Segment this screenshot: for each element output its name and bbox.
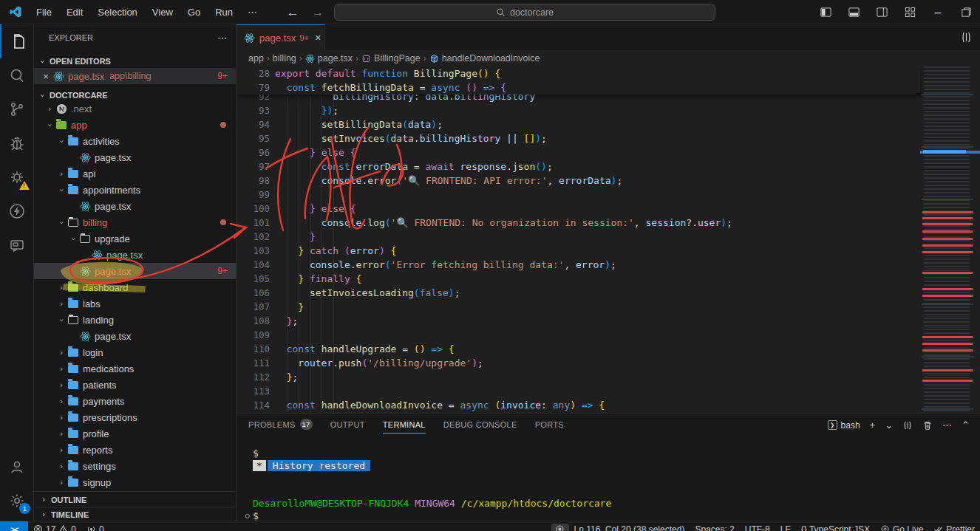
code-line-98: 98 console.error('🔍 FRONTEND: API error:… bbox=[237, 174, 916, 188]
breadcrumb-item-app[interactable]: app bbox=[248, 53, 264, 64]
explorer-icon[interactable] bbox=[0, 24, 34, 58]
comments-icon[interactable] bbox=[0, 228, 34, 262]
menu-view[interactable]: View bbox=[146, 4, 180, 20]
problems-status[interactable]: 17 0 bbox=[28, 521, 81, 531]
tree-item-app[interactable]: ›app bbox=[34, 117, 237, 133]
tree-item-dashboard[interactable]: ›dashboard bbox=[34, 279, 237, 295]
menu-file[interactable]: File bbox=[30, 4, 58, 20]
cursor-position[interactable]: Ln 116, Col 20 (38 selected) bbox=[569, 521, 690, 531]
maximize-panel-icon[interactable]: ⌃ bbox=[962, 419, 970, 431]
menu-selection[interactable]: Selection bbox=[91, 4, 143, 20]
bottom-panel: PROBLEMS17OUTPUTTERMINALDEBUG CONSOLEPOR… bbox=[237, 414, 980, 521]
tree-item-profile[interactable]: ›profile bbox=[34, 425, 237, 442]
explorer-more-icon[interactable]: ⋯ bbox=[217, 32, 228, 44]
tab-page-tsx[interactable]: page.tsx 9+ × bbox=[237, 24, 325, 50]
breadcrumb-item-handledownloadinvoice[interactable]: handleDownloadInvoice bbox=[429, 53, 540, 64]
run-debug-icon[interactable] bbox=[0, 126, 34, 160]
terminal-dropdown-icon[interactable]: ⌄ bbox=[885, 419, 893, 431]
thunder-client-icon[interactable] bbox=[0, 194, 34, 228]
breadcrumb-label: page.tsx bbox=[318, 53, 353, 64]
settings-gear-icon[interactable]: 1 bbox=[0, 484, 34, 518]
tree-item-api[interactable]: ›api bbox=[34, 165, 237, 182]
panel-tab-output[interactable]: OUTPUT bbox=[330, 420, 365, 434]
panel-tab-debug-console[interactable]: DEBUG CONSOLE bbox=[443, 420, 517, 434]
tree-item-upgrade[interactable]: ›upgrade bbox=[34, 230, 237, 247]
open-editor-item[interactable]: ×page.tsxapp\billing9+ bbox=[34, 68, 237, 84]
tree-item-page-tsx[interactable]: page.tsx bbox=[34, 247, 237, 263]
breadcrumb-separator: › bbox=[423, 53, 426, 64]
tree-item-appointments[interactable]: ›appointments bbox=[34, 182, 237, 198]
eol[interactable]: LF bbox=[775, 521, 796, 531]
tree-item-signup[interactable]: ›signup bbox=[34, 474, 237, 490]
panel-tab-problems[interactable]: PROBLEMS17 bbox=[248, 419, 313, 434]
tree-item-patients[interactable]: ›patients bbox=[34, 377, 237, 393]
remote-indicator[interactable]: >< bbox=[0, 521, 28, 531]
new-terminal-icon[interactable]: + bbox=[870, 419, 876, 431]
tree-item-page-tsx[interactable]: page.tsx bbox=[34, 149, 237, 165]
line-number: 108 bbox=[237, 315, 270, 326]
encoding[interactable]: UTF-8 bbox=[740, 521, 775, 531]
breadcrumb-item-billing[interactable]: billing bbox=[273, 53, 296, 64]
layout-secondary-sidebar-icon[interactable] bbox=[868, 0, 896, 24]
menu-edit[interactable]: Edit bbox=[60, 4, 89, 20]
tree-item-billing[interactable]: ›billing bbox=[34, 214, 237, 230]
nextjs-folder-icon bbox=[55, 103, 68, 114]
terminal-instance-bash[interactable]: ❯ bash bbox=[828, 420, 860, 431]
tree-item-reports[interactable]: ›reports bbox=[34, 442, 237, 458]
tree-item-login[interactable]: ›login bbox=[34, 344, 237, 360]
timeline-section-header[interactable]: › TIMELINE bbox=[34, 507, 236, 521]
split-editor-icon[interactable] bbox=[960, 31, 973, 47]
tree-item-page-tsx[interactable]: page.tsx bbox=[34, 198, 237, 214]
menu-more[interactable]: ⋯ bbox=[241, 4, 264, 20]
minimize-icon[interactable]: – bbox=[924, 0, 952, 24]
open-editors-header[interactable]: › OPEN EDITORS bbox=[37, 53, 236, 69]
more-actions-icon[interactable]: ⋯ bbox=[942, 419, 952, 431]
customize-layout-icon[interactable] bbox=[896, 0, 924, 24]
layout-sidebar-icon[interactable] bbox=[811, 0, 840, 24]
tree-item-payments[interactable]: ›payments bbox=[34, 393, 237, 409]
panel-tab-terminal[interactable]: TERMINAL bbox=[383, 420, 426, 434]
code-editor[interactable]: 92 billingHistory: data.billingHistory93… bbox=[237, 66, 980, 414]
nav-back-icon[interactable]: ← bbox=[287, 6, 299, 19]
command-decoration-icon[interactable]: ○ bbox=[245, 512, 249, 519]
layout-panel-icon[interactable] bbox=[840, 0, 868, 24]
split-terminal-icon[interactable] bbox=[902, 420, 913, 431]
kill-terminal-icon[interactable] bbox=[922, 420, 933, 431]
tree-item-page-tsx[interactable]: page.tsx9+ bbox=[34, 263, 237, 279]
prettier[interactable]: Prettier bbox=[928, 521, 980, 531]
nav-forward-icon[interactable]: → bbox=[312, 6, 324, 19]
tree-item-prescriptions[interactable]: ›prescriptions bbox=[34, 409, 237, 425]
forwarded-ports[interactable]: 0 bbox=[81, 521, 109, 531]
minimap[interactable] bbox=[920, 66, 980, 414]
go-live[interactable]: Go Live bbox=[875, 521, 928, 531]
vscode-logo-icon bbox=[9, 5, 22, 18]
search-icon[interactable] bbox=[0, 58, 34, 92]
terminal-content[interactable]: $*History restoredDesarolloMW@DESKTOP-FN… bbox=[245, 439, 973, 521]
tree-item-page-tsx[interactable]: page.tsx bbox=[34, 328, 237, 344]
breadcrumb-item-page.tsx[interactable]: page.tsx bbox=[305, 53, 353, 64]
tree-item-settings[interactable]: ›settings bbox=[34, 458, 237, 474]
language-mode[interactable]: {} TypeScript JSX bbox=[796, 521, 875, 531]
tree-item-activities[interactable]: ›activities bbox=[34, 133, 237, 149]
code-text: } bbox=[275, 231, 316, 242]
command-center-search[interactable]: doctorcare bbox=[334, 4, 715, 21]
indentation[interactable]: Spaces: 2 bbox=[690, 521, 739, 531]
panel-tab-ports[interactable]: PORTS bbox=[535, 420, 564, 434]
close-icon[interactable]: × bbox=[40, 71, 52, 82]
screencast-button[interactable] bbox=[551, 524, 569, 531]
source-control-icon[interactable] bbox=[0, 92, 34, 126]
tree-item--next[interactable]: ›.next bbox=[34, 100, 237, 117]
tree-item-label: reports bbox=[83, 445, 112, 456]
outline-section-header[interactable]: › OUTLINE bbox=[34, 491, 236, 507]
tree-item-labs[interactable]: ›labs bbox=[34, 295, 237, 312]
extensions-icon[interactable] bbox=[0, 160, 34, 194]
tree-item-landing[interactable]: ›landing bbox=[34, 312, 237, 328]
accounts-icon[interactable] bbox=[0, 450, 34, 484]
menu-go[interactable]: Go bbox=[181, 4, 207, 20]
menu-run[interactable]: Run bbox=[208, 4, 239, 20]
breadcrumb-item-billingpage[interactable]: BillingPage bbox=[361, 53, 421, 64]
tab-close-icon[interactable]: × bbox=[315, 32, 321, 44]
restore-icon[interactable] bbox=[952, 0, 980, 24]
code-text: } finally { bbox=[275, 273, 361, 284]
tree-item-medications[interactable]: ›medications bbox=[34, 360, 237, 377]
